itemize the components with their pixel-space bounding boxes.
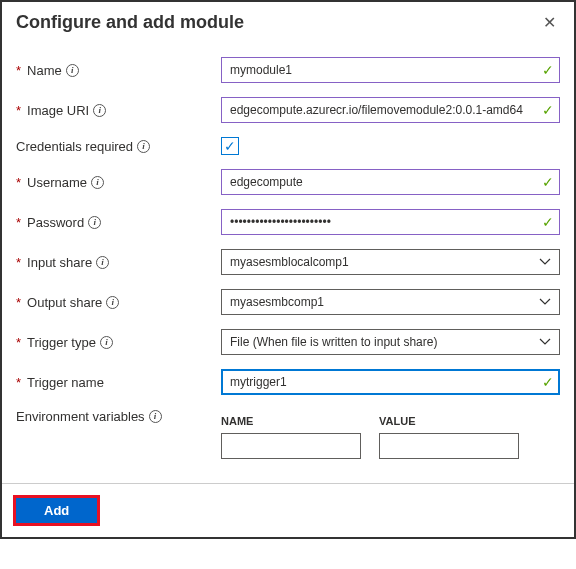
info-icon[interactable]: i (106, 296, 119, 309)
label-name: * Name i (16, 63, 221, 78)
row-trigger-name: * Trigger name ✓ (16, 369, 560, 395)
row-output-share: * Output share i myasesmbcomp1 (16, 289, 560, 315)
select-value: myasesmbcomp1 (230, 295, 324, 309)
input-share-select[interactable]: myasesmblocalcomp1 (221, 249, 560, 275)
label-input-share: * Input share i (16, 255, 221, 270)
info-icon[interactable]: i (91, 176, 104, 189)
chevron-down-icon (539, 258, 551, 266)
label-text: Name (27, 63, 62, 78)
password-input[interactable] (221, 209, 560, 235)
label-text: Credentials required (16, 139, 133, 154)
row-name: * Name i ✓ (16, 57, 560, 83)
required-marker: * (16, 255, 21, 270)
row-input-share: * Input share i myasesmblocalcomp1 (16, 249, 560, 275)
label-text: Input share (27, 255, 92, 270)
env-name-input[interactable] (221, 433, 361, 459)
info-icon[interactable]: i (100, 336, 113, 349)
label-env-vars: Environment variables i (16, 409, 221, 424)
label-text: Password (27, 215, 84, 230)
output-share-select[interactable]: myasesmbcomp1 (221, 289, 560, 315)
trigger-name-input[interactable] (221, 369, 560, 395)
dialog-header: Configure and add module ✕ (2, 2, 574, 39)
info-icon[interactable]: i (66, 64, 79, 77)
label-text: Environment variables (16, 409, 145, 424)
row-credentials-required: Credentials required i ✓ (16, 137, 560, 155)
info-icon[interactable]: i (149, 410, 162, 423)
row-password: * Password i ✓ (16, 209, 560, 235)
env-col-name: NAME (221, 415, 361, 433)
label-username: * Username i (16, 175, 221, 190)
label-text: Trigger name (27, 375, 104, 390)
select-value: File (When file is written to input shar… (230, 335, 437, 349)
row-env-vars: Environment variables i NAME VALUE (16, 409, 560, 459)
required-marker: * (16, 215, 21, 230)
dialog-footer: Add (2, 483, 574, 537)
label-password: * Password i (16, 215, 221, 230)
required-marker: * (16, 63, 21, 78)
required-marker: * (16, 103, 21, 118)
label-credentials-required: Credentials required i (16, 139, 221, 154)
add-button[interactable]: Add (16, 498, 97, 523)
trigger-type-select[interactable]: File (When file is written to input shar… (221, 329, 560, 355)
info-icon[interactable]: i (137, 140, 150, 153)
env-value-input[interactable] (379, 433, 519, 459)
username-input[interactable] (221, 169, 560, 195)
name-input[interactable] (221, 57, 560, 83)
image-uri-input[interactable] (221, 97, 560, 123)
required-marker: * (16, 295, 21, 310)
env-col-value: VALUE (379, 415, 519, 433)
label-text: Username (27, 175, 87, 190)
select-value: myasesmblocalcomp1 (230, 255, 349, 269)
label-text: Output share (27, 295, 102, 310)
row-username: * Username i ✓ (16, 169, 560, 195)
label-trigger-name: * Trigger name (16, 375, 221, 390)
required-marker: * (16, 375, 21, 390)
dialog-title: Configure and add module (16, 12, 244, 33)
label-text: Image URI (27, 103, 89, 118)
required-marker: * (16, 175, 21, 190)
env-input-row (221, 433, 560, 459)
required-marker: * (16, 335, 21, 350)
row-trigger-type: * Trigger type i File (When file is writ… (16, 329, 560, 355)
info-icon[interactable]: i (88, 216, 101, 229)
label-image-uri: * Image URI i (16, 103, 221, 118)
chevron-down-icon (539, 338, 551, 346)
credentials-required-checkbox[interactable]: ✓ (221, 137, 239, 155)
info-icon[interactable]: i (93, 104, 106, 117)
chevron-down-icon (539, 298, 551, 306)
close-icon[interactable]: ✕ (539, 13, 560, 32)
label-trigger-type: * Trigger type i (16, 335, 221, 350)
env-header-row: NAME VALUE (221, 415, 560, 433)
label-text: Trigger type (27, 335, 96, 350)
info-icon[interactable]: i (96, 256, 109, 269)
form-body: * Name i ✓ * Image URI i ✓ Credentials r… (2, 39, 574, 483)
row-image-uri: * Image URI i ✓ (16, 97, 560, 123)
label-output-share: * Output share i (16, 295, 221, 310)
